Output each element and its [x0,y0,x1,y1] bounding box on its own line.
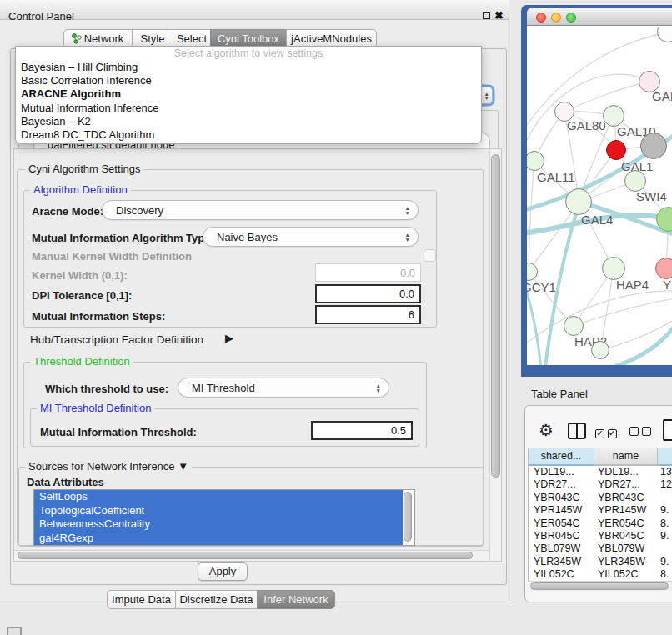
aracne-mode-label: Aracne Mode: [32,205,103,218]
attribute-item[interactable]: SelfLoops [34,490,403,504]
minimize-traffic-light-icon[interactable] [551,12,561,22]
node-table: shared... name YDL19... YDL19... 13 YDR2… [528,448,672,581]
network-canvas[interactable]: GALGAL80GAL10GAL1GAL11SWI4GAL4GCY1HAP4YH… [527,26,672,365]
network-node-label: GAL [652,89,672,103]
column-header-partial[interactable] [658,448,672,466]
attribute-item[interactable]: gal4RGexp [34,532,403,546]
network-edge[interactable] [600,316,672,350]
split-columns-icon[interactable] [568,422,586,439]
table-header-row: shared... name [529,448,672,466]
network-node-label: GAL80 [567,118,606,132]
network-edge[interactable] [606,317,672,365]
aracne-mode-value: Discovery [116,204,163,217]
data-attributes-label: Data Attributes [27,476,104,488]
gear-icon[interactable]: ⚙ [539,420,554,440]
table-row[interactable]: YDR27... YDR27... 12 [529,478,672,491]
zoom-traffic-light-icon[interactable] [566,12,576,22]
spinner-icon: ▲▼ [376,383,381,392]
cyni-algorithm-settings-legend: Cyni Algorithm Settings [25,163,143,175]
network-node[interactable] [591,341,609,359]
threshold-definition-legend: Threshold Definition [30,356,133,368]
network-node[interactable] [640,132,667,159]
dpi-tolerance-input[interactable] [315,284,421,303]
which-threshold-combobox[interactable]: MI Threshold ▲▼ [178,378,389,398]
aracne-mode-combobox[interactable]: Discovery ▲▼ [102,200,419,220]
column-header-shared-name[interactable]: shared... [529,448,594,466]
list-vertical-scrollbar[interactable] [404,492,412,542]
network-node-hap4[interactable] [602,257,625,280]
column-header-name[interactable]: name [594,448,658,466]
which-threshold-label: Which threshold to use: [45,382,168,395]
mi-algorithm-type-label: Mutual Information Algorithm Type: [32,232,214,244]
network-edge[interactable] [574,298,672,326]
settings-vertical-scrollbar-thumb[interactable] [491,154,500,478]
algorithm-definition-legend: Algorithm Definition [30,184,131,196]
which-threshold-value: MI Threshold [192,382,255,394]
float-window-icon[interactable] [483,12,490,19]
network-tab-icon [72,33,82,44]
mi-steps-input[interactable] [315,305,421,324]
screen: Control Panel ✖ NetworkStyleSelectCyni T… [0,0,672,635]
kernel-width-input[interactable] [315,263,421,282]
algorithm-option[interactable]: Bayesian – Hill Climbing [16,61,481,74]
algorithm-dropdown-popup: Select algorithm to view settings Bayesi… [15,46,482,144]
mi-threshold-input[interactable] [311,421,413,440]
algorithm-option[interactable]: Dream8 DC_TDC Algorithm [16,128,481,142]
algorithm-option[interactable]: Basic Correlation Inference [16,74,481,88]
network-node-label: Y [663,278,671,292]
hub-definition-label[interactable]: Hub/Transcription Factor Definition [30,333,203,346]
apply-button[interactable]: Apply [198,562,248,581]
network-node-hap2[interactable] [564,316,584,336]
attribute-item[interactable]: BetweennessCentrality [34,518,403,532]
cyni-bottom-tabs: Impute DataDiscretize DataInfer Network [107,590,335,609]
network-window-titlebar[interactable] [527,8,672,26]
network-node-gal1[interactable] [606,140,626,160]
table-row[interactable]: YDL19... YDL19... 13 [529,466,672,478]
network-node-gal4[interactable] [565,188,592,215]
algorithm-option[interactable]: Mutual Information Inference [16,102,481,115]
sources-legend: Sources for Network Inference ▼ [25,461,192,472]
spinner-icon: ▲▼ [484,91,489,100]
table-row[interactable]: YLR345W YLR345W 9. [529,556,672,568]
tab[interactable]: Impute Data [107,590,176,609]
mi-algorithm-type-combobox[interactable]: Naive Bayes ▲▼ [203,227,419,247]
new-table-icon[interactable] [663,419,672,441]
tab[interactable]: Discretize Data [175,590,258,609]
control-panel-title: Control Panel [8,10,74,22]
table-row[interactable]: YIL052C YIL052C 8. [529,568,672,581]
table-row[interactable]: YER054C YER054C 8. [529,518,672,530]
network-node-label: GAL4 [581,212,613,227]
manual-kernel-width-label: Manual Kernel Width Definition [32,250,192,262]
attribute-item[interactable]: TopologicalCoefficient [34,504,403,518]
collapsed-panel-icon[interactable] [7,627,22,635]
network-node-label: GCY1 [527,280,556,294]
data-attributes-list[interactable]: SelfLoopsTopologicalCoefficientBetweenne… [33,489,415,546]
mi-steps-label: Mutual Information Steps: [32,310,165,322]
settings-horizontal-scrollbar-thumb[interactable] [18,552,473,559]
close-icon[interactable]: ✖ [494,9,504,22]
mi-threshold-label: Mutual Information Threshold: [40,426,197,438]
table-row[interactable]: YBR043C YBR043C [529,492,672,504]
table-row[interactable]: YPR145W YPR145W 9. [529,504,672,517]
tab[interactable]: Infer Network [257,590,335,609]
table-row[interactable]: YBR045C YBR045C 9. [529,530,672,542]
kernel-width-label: Kernel Width (0,1): [32,269,128,282]
table-horizontal-scrollbar-thumb[interactable] [530,582,669,590]
network-node-y[interactable] [655,258,672,279]
mi-threshold-definition-legend: MI Threshold Definition [37,402,154,414]
network-edge[interactable] [529,161,534,272]
spinner-icon: ▲▼ [405,206,410,215]
table-panel-title: Table Panel [531,388,588,400]
algorithm-option[interactable]: Bayesian – K2 [16,115,481,128]
mi-algorithm-type-value: Naive Bayes [217,231,278,243]
dpi-tolerance-label: DPI Tolerance [0,1]: [32,289,132,302]
table-row[interactable]: YBL079W YBL079W [529,542,672,555]
select-all-columns-icon[interactable]: ✓ ✓ [595,426,617,438]
algorithm-option[interactable]: ARACNE Algorithm [16,88,481,101]
manual-kernel-width-checkbox[interactable] [424,249,436,262]
network-node-label: SWI4 [636,189,667,203]
expanded-arrow-icon[interactable]: ▼ [178,460,188,472]
close-traffic-light-icon[interactable] [536,12,546,22]
collapsed-arrow-icon[interactable]: ▶ [225,332,233,344]
deselect-all-columns-icon[interactable] [629,426,651,438]
